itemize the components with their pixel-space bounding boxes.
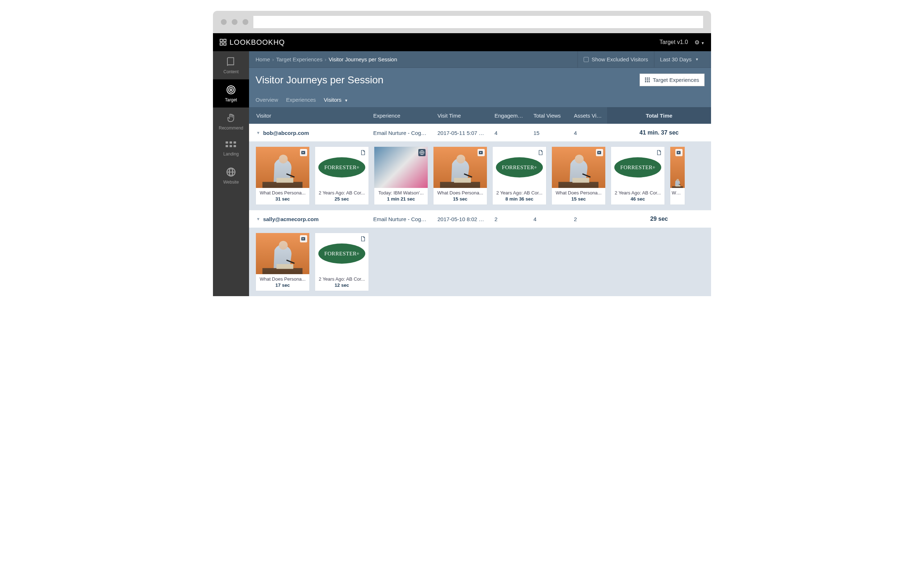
asset-time: 17 sec [259,282,306,288]
video-icon [477,149,485,156]
visitor-summary[interactable]: ▼bob@abcorp.comEmail Nurture - Cogniti..… [249,124,711,141]
gear-icon: ⚙ [694,39,699,45]
asset-time: 15 sec [555,196,602,202]
date-filter[interactable]: Last 30 Days ▼ [654,51,705,68]
asset-time: 8 min 36 sec [496,196,543,202]
col-visit-time[interactable]: Visit Time [433,112,490,119]
svg-point-5 [228,87,234,92]
sidebar-item-target[interactable]: Target [213,79,249,108]
col-engagement[interactable]: Engagemen... [490,112,529,119]
brand-logo-icon [219,39,226,46]
sidebar-item-landing[interactable]: Landing [213,136,249,161]
caret-down-icon: ▼ [701,41,705,45]
disclose-icon: ▼ [256,131,260,135]
svg-rect-12 [234,145,236,147]
asset-title: 2 Years Ago: AB Cor... [318,276,366,282]
tab-overview[interactable]: Overview [255,97,278,103]
cell-total-time: 41 min. 37 sec [607,130,711,136]
visitor-row: ▼bob@abcorp.comEmail Nurture - Cogniti..… [249,124,711,210]
table-header: Visitor Experience Visit Time Engagemen.… [249,107,711,124]
pdf-icon [537,149,544,156]
col-assets[interactable]: Assets View... [570,112,607,119]
asset-card[interactable]: FORRESTER®2 Years Ago: AB Cor...12 sec [315,233,369,291]
book-icon [226,56,236,67]
settings-menu[interactable]: ⚙▼ [694,39,705,46]
brand-text: LOOKBOOKHQ [230,38,285,46]
topbar: LOOKBOOKHQ Target v1.0 ⚙▼ [213,33,711,51]
web-icon [418,149,426,156]
cell-total-views: 4 [529,216,570,222]
breadcrumb: Home › Target Experiences › Visitor Jour… [249,51,711,68]
col-total-time[interactable]: Total Time [607,107,711,124]
asset-title: What Does Persona... [259,276,306,282]
svg-rect-21 [649,81,650,82]
asset-card[interactable]: FORRESTER®2 Years Ago: AB Cor...8 min 36… [492,146,546,205]
caret-down-icon: ▼ [695,57,699,61]
svg-point-6 [230,89,232,91]
visitor-summary[interactable]: ▼sally@acmecorp.comEmail Nurture - Cogni… [249,210,711,228]
svg-rect-16 [645,79,646,81]
asset-card[interactable]: What Does Persona...31 sec [255,146,310,205]
crumb-sep: › [272,56,274,63]
svg-rect-0 [220,39,223,42]
sidebar-item-recommend[interactable]: Recommend [213,108,249,136]
sidebar-item-content[interactable]: Content [213,51,249,79]
asset-card[interactable]: FORRESTER®2 Years Ago: AB Cor...46 sec [611,146,665,205]
cell-assets-viewed: 2 [570,216,607,222]
asset-card[interactable]: What D [670,146,685,205]
asset-card[interactable]: What Does Persona...15 sec [433,146,487,205]
pdf-icon [359,235,366,242]
svg-rect-13 [645,78,646,79]
asset-card[interactable]: What Does Persona...17 sec [255,233,310,291]
asset-time: 25 sec [318,196,366,202]
asset-title: 2 Years Ago: AB Cor... [318,190,366,196]
sidebar-item-website[interactable]: Website [213,161,249,190]
asset-strip: What Does Persona...17 secFORRESTER®2 Ye… [249,228,711,296]
asset-card[interactable]: What Does Persona...15 sec [552,146,606,205]
crumb-home[interactable]: Home [255,56,270,63]
video-icon [300,149,307,156]
asset-title: What Does Persona... [436,190,484,196]
svg-rect-11 [230,145,232,147]
show-excluded-label: Show Excluded Visitors [592,56,648,63]
show-excluded-toggle[interactable]: Show Excluded Visitors [578,51,654,68]
col-total-views[interactable]: Total Views [529,112,570,119]
asset-time: 1 min 21 sec [377,196,425,202]
cell-total-views: 15 [529,130,570,136]
visitor-row: ▼sally@acmecorp.comEmail Nurture - Cogni… [249,210,711,296]
svg-rect-14 [647,78,648,79]
url-bar[interactable] [254,16,703,28]
window-dot [243,19,248,25]
svg-rect-18 [649,79,650,81]
asset-title: 2 Years Ago: AB Cor... [496,190,543,196]
col-visitor[interactable]: Visitor [249,112,369,119]
sidebar-label: Landing [224,151,239,157]
video-icon [596,149,603,156]
hand-icon [226,112,236,123]
disclose-icon: ▼ [256,217,260,221]
tab-experiences[interactable]: Experiences [286,97,316,103]
cell-experience: Email Nurture - Cogniti... [369,130,433,136]
crumb-l1[interactable]: Target Experiences [276,56,322,63]
asset-card[interactable]: FORRESTER®2 Years Ago: AB Cor...25 sec [315,146,369,205]
browser-toolbar [213,11,711,33]
asset-title: What Does Persona... [259,190,306,196]
browser-frame: LOOKBOOKHQ Target v1.0 ⚙▼ Content [213,11,711,296]
video-icon [675,149,682,156]
tab-visitors[interactable]: Visitors ▼ [324,97,348,103]
grid-icon [226,140,236,149]
target-experiences-button[interactable]: Target Experiences [640,73,705,86]
sidebar-label: Recommend [219,126,243,131]
target-icon [226,84,236,95]
col-experience[interactable]: Experience [369,112,433,119]
svg-rect-20 [647,81,648,82]
asset-card[interactable]: Today: IBM Watson'...1 min 21 sec [374,146,428,205]
svg-rect-2 [220,43,223,45]
caret-down-icon: ▼ [344,99,348,102]
tabs: Overview Experiences Visitors ▼ [249,92,711,107]
asset-time: 15 sec [436,196,484,202]
sidebar-label: Content [224,69,238,74]
brand[interactable]: LOOKBOOKHQ [219,38,285,46]
cell-experience: Email Nurture - Cogniti... [369,216,433,222]
visitor-email: bob@abcorp.com [263,130,309,136]
